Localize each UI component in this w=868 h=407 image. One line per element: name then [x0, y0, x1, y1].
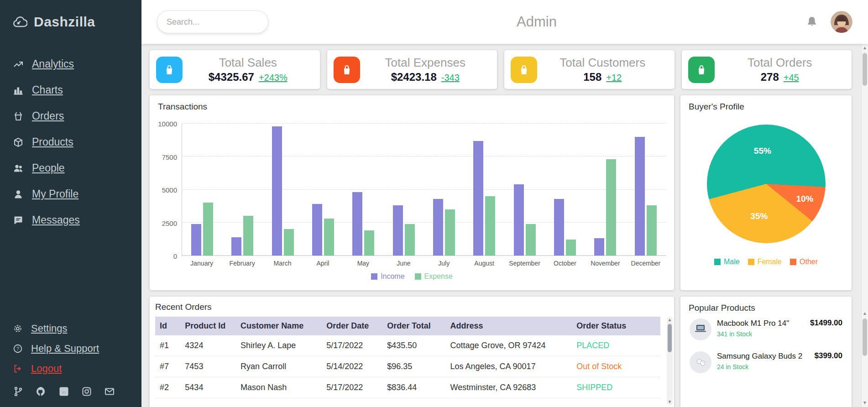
- legend-label: Female: [758, 258, 782, 266]
- cell-id: #1: [155, 335, 180, 356]
- bar-expense: [364, 230, 374, 256]
- main-scrollbar[interactable]: [861, 44, 868, 407]
- product-stock: 24 in Stock: [717, 363, 809, 370]
- cell-address: Cottage Grove, OR 97424: [446, 335, 572, 356]
- orders-scrollbar[interactable]: [667, 317, 673, 405]
- y-tick-label: 2500: [162, 219, 177, 227]
- popular-products-title: Popular Products: [689, 303, 843, 313]
- sidebar-item-label: People: [32, 162, 65, 174]
- buyers-profile-card: Buyer's Profile 55%10%35% Male Female: [680, 95, 852, 290]
- legend-label: Male: [724, 258, 740, 266]
- stat-value: 158: [583, 71, 601, 83]
- transactions-title: Transactions: [158, 102, 666, 112]
- git-branch-icon[interactable]: [13, 386, 24, 397]
- income-swatch: [371, 273, 377, 280]
- scroll-down-arrow[interactable]: [667, 399, 673, 405]
- pie-slice-label: 10%: [796, 194, 813, 204]
- x-tick-label: May: [343, 260, 383, 267]
- cell-total: $435.50: [382, 335, 445, 356]
- people-icon: [13, 163, 24, 174]
- search-input[interactable]: [167, 17, 259, 27]
- stat-change-link[interactable]: +243%: [259, 73, 288, 83]
- stat-change-link[interactable]: +45: [784, 73, 799, 83]
- sidebar-item-messages[interactable]: Messages: [0, 207, 141, 233]
- cell-customer: Mason Nash: [236, 377, 322, 398]
- buyers-profile-title: Buyer's Profile: [689, 102, 843, 112]
- recent-orders-table: Id Product Id Customer Name Order Date O…: [155, 317, 660, 398]
- instagram-icon[interactable]: [81, 386, 92, 397]
- linkedin-icon[interactable]: in: [58, 386, 69, 397]
- x-tick-label: March: [262, 260, 303, 267]
- scroll-up-arrow[interactable]: [667, 317, 673, 323]
- stat-title: Total Sales: [183, 56, 314, 70]
- cell-address: Westminster, CA 92683: [446, 377, 572, 398]
- x-tick-label: October: [545, 260, 585, 267]
- sidebar-item-logout[interactable]: Logout: [0, 359, 141, 379]
- scrollbar-thumb[interactable]: [668, 324, 672, 352]
- scroll-down-arrow[interactable]: [862, 400, 868, 406]
- legend-item-other: Other: [790, 258, 818, 266]
- sidebar-item-label: Analytics: [32, 58, 74, 70]
- user-avatar[interactable]: [831, 11, 852, 33]
- sidebar-item-help-support[interactable]: ? Help & Support: [0, 339, 141, 359]
- bar-income: [514, 184, 524, 256]
- stat-value: $4325.67: [209, 71, 254, 83]
- scroll-up-arrow[interactable]: [862, 310, 868, 317]
- sidebar-item-analytics[interactable]: Analytics: [0, 51, 141, 77]
- bar-group: [263, 124, 303, 256]
- x-tick-label: January: [182, 260, 222, 267]
- y-tick-label: 7500: [162, 153, 177, 161]
- person-icon: [13, 189, 24, 200]
- bar-expense: [606, 159, 616, 256]
- cell-id: #7: [155, 356, 180, 377]
- github-icon[interactable]: [36, 386, 47, 397]
- bar-expense: [566, 240, 576, 256]
- sidebar-item-orders[interactable]: Orders: [0, 103, 141, 129]
- cell-date: 5/17/2022: [322, 335, 382, 356]
- scrollbar-thumb[interactable]: [863, 53, 867, 86]
- legend-item-income: Income: [371, 272, 404, 281]
- column-header: Order Status: [572, 317, 660, 335]
- sidebar-item-label: Orders: [32, 110, 64, 122]
- mail-icon[interactable]: [104, 386, 115, 397]
- shopping-bag-icon: [334, 57, 360, 83]
- topbar-right: [805, 11, 852, 33]
- stat-change-link[interactable]: +12: [606, 73, 622, 83]
- basket-icon: [13, 111, 24, 122]
- recent-orders-title: Recent Orders: [155, 302, 660, 312]
- scrollbar-thumb[interactable]: [863, 318, 867, 356]
- main-grid: Transactions 025005000750010000 JanuaryF…: [150, 95, 852, 407]
- sidebar-bottom: Settings ? Help & Support Logout: [0, 318, 141, 407]
- status-badge: SHIPPED: [572, 377, 660, 398]
- notification-bell-icon[interactable]: [805, 15, 819, 29]
- stat-title: Total Expenses: [360, 56, 491, 70]
- table-header-row: Id Product Id Customer Name Order Date O…: [155, 317, 660, 335]
- trend-line-icon: [13, 59, 24, 70]
- bar-income: [352, 192, 362, 256]
- list-item-galaxy-buds: Samsung Galaxy Buds 2 24 in Stock $399.0…: [689, 346, 843, 379]
- transactions-plot: [182, 124, 666, 256]
- stat-change-link[interactable]: -343: [441, 73, 460, 83]
- svg-text:?: ?: [16, 346, 19, 351]
- x-tick-label: June: [383, 260, 424, 267]
- sidebar-item-charts[interactable]: Charts: [0, 77, 141, 103]
- sidebar-item-products[interactable]: Products: [0, 129, 141, 155]
- dashzilla-cloud-icon: [12, 14, 27, 30]
- status-badge: PLACED: [572, 335, 660, 356]
- x-tick-label: April: [303, 260, 343, 267]
- question-circle-icon: ?: [13, 344, 23, 354]
- sidebar-item-label: Settings: [31, 323, 68, 334]
- legend-label: Other: [800, 258, 818, 266]
- sidebar-item-settings[interactable]: Settings: [0, 318, 141, 339]
- other-swatch: [790, 259, 796, 265]
- status-badge: Out of Stock: [572, 356, 660, 377]
- sidebar-item-my-profile[interactable]: My Profile: [0, 181, 141, 207]
- sidebar-item-label: Help & Support: [31, 343, 99, 355]
- buyers-pie-legend: Male Female Other: [689, 258, 843, 266]
- x-tick-label: August: [464, 260, 504, 267]
- bar-expense: [405, 224, 415, 256]
- sidebar-item-people[interactable]: People: [0, 155, 141, 181]
- bar-expense: [445, 209, 455, 256]
- scroll-up-arrow[interactable]: [862, 45, 868, 51]
- cell-product-id: 7453: [180, 356, 236, 377]
